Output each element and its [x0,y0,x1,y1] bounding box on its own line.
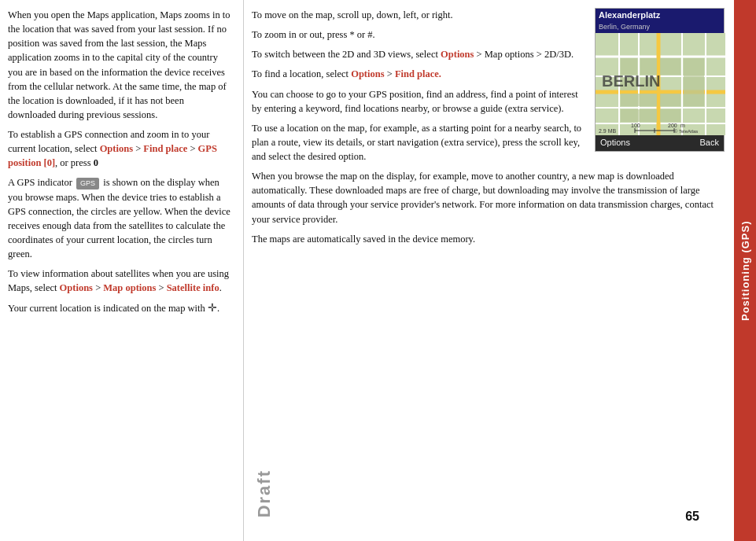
svg-text:2.9 MB: 2.9 MB [599,128,617,134]
svg-rect-18 [621,109,657,122]
map-title-bar: Alexanderplatz Berlin, Germany [596,9,724,33]
svg-text:100: 100 [631,123,640,128]
map-container: Alexanderplatz Berlin, Germany [595,8,725,152]
satellite-info-link: Satellite info [167,282,219,293]
options-link-1: Options [100,143,133,154]
svg-rect-20 [660,109,680,122]
left-para-5: Your current location is indicated on th… [8,300,234,316]
find-place-link-2: Find place. [395,68,441,79]
map-options-bar: Options Back [596,135,724,151]
find-place-link: Find place [143,143,187,154]
map-options-label[interactable]: Options [600,137,630,149]
map-options-link: Map options [103,282,156,293]
svg-text:200: 200 [668,123,677,128]
right-para-8: The maps are automatically saved in the … [252,232,725,246]
right-para-7: When you browse the map on the display, … [252,169,725,226]
page-number: 65 [685,507,699,525]
map-back-label[interactable]: Back [700,137,719,149]
left-para-4: To view information about satellites whe… [8,267,234,295]
map-city-subtitle: Berlin, Germany [599,22,721,32]
svg-rect-13 [660,58,680,75]
draft-label: Draft [252,469,277,517]
svg-text:m: m [680,123,685,128]
svg-rect-17 [621,94,657,106]
map-svg: BERLIN 2.9 MB 100 200 m © TeleAtlas [596,33,725,135]
options-link-3d: Options [441,49,474,60]
right-inner: Alexanderplatz Berlin, Germany [252,8,725,533]
left-para-1: When you open the Maps application, Maps… [8,8,234,122]
svg-rect-19 [660,94,680,106]
right-column: Alexanderplatz Berlin, Germany [244,0,734,541]
left-para-3: A GPS indicator GPS is shown on the disp… [8,175,234,261]
options-link-find: Options [351,68,384,79]
svg-text:BERLIN: BERLIN [602,72,660,90]
key-0: 0 [94,157,98,168]
svg-text:© TeleAtlas: © TeleAtlas [674,129,698,134]
map-city-name: Alexanderplatz [599,9,721,22]
compass-cross-icon: ✛ [208,300,217,316]
svg-rect-16 [684,58,704,106]
left-column: When you open the Maps application, Maps… [0,0,244,541]
sidebar-text: Positioning (GPS) [739,220,751,321]
map-image: BERLIN 2.9 MB 100 200 m © TeleAtlas [596,33,725,135]
sidebar: Positioning (GPS) [734,0,756,541]
options-link-2: Options [60,282,93,293]
gps-indicator-box: GPS [76,178,99,190]
left-para-2: To establish a GPS connection and zoom i… [8,127,234,170]
